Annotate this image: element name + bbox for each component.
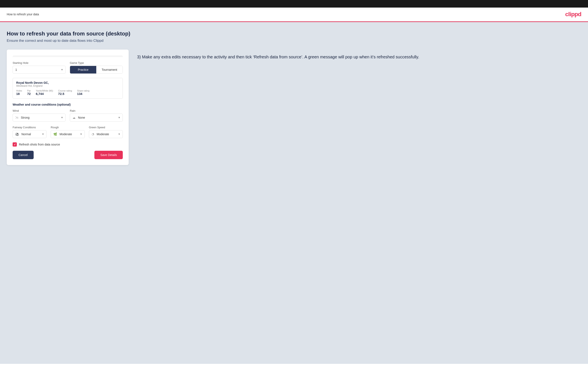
refresh-checkbox[interactable]: ✓	[13, 142, 17, 147]
rain-label: Rain	[70, 109, 123, 112]
green-speed-group: Green Speed ◔ Moderate Slow Fast ▼	[89, 126, 123, 138]
wind-icon: 🌬	[13, 116, 20, 119]
page-heading: How to refresh your data from source (de…	[7, 30, 581, 37]
course-location: Westward Hol, England	[16, 84, 119, 87]
holes-value: 18	[16, 92, 22, 96]
rough-label: Rough	[51, 126, 85, 129]
rain-group: Rain ☁ None Light Heavy ▼	[70, 109, 123, 122]
par-stat: Par 72	[27, 89, 31, 96]
header: How to refresh your data clippd	[0, 8, 588, 21]
starting-hole-select-wrapper[interactable]: 1 10 ▼	[13, 66, 66, 74]
holes-label: Holes	[16, 89, 22, 92]
green-speed-icon: ◔	[89, 133, 96, 136]
course-stats: Holes 18 Par 72 Yards/White (M)) 6,744 C…	[16, 89, 119, 96]
green-speed-label: Green Speed	[89, 126, 123, 129]
checkmark-icon: ✓	[14, 143, 16, 146]
yards-stat: Yards/White (M)) 6,744	[36, 89, 53, 96]
form-row-top: Starting Hole 1 10 ▼ Game Type Practice …	[13, 61, 123, 74]
course-rating-value: 72.5	[58, 92, 72, 96]
slope-rating-value: 134	[77, 92, 90, 96]
green-speed-select[interactable]: Moderate Slow Fast	[96, 130, 122, 138]
wind-group: Wind 🌬 Strong None Light Moderate ▼	[13, 109, 66, 122]
slope-rating-label: Slope rating	[77, 89, 90, 92]
par-value: 72	[27, 92, 31, 96]
yards-label: Yards/White (M))	[36, 89, 53, 92]
rough-group: Rough 🌿 Moderate Light Heavy ▼	[51, 126, 85, 138]
course-rating-stat: Course rating 72.5	[58, 89, 72, 96]
form-panel: Starting Hole 1 10 ▼ Game Type Practice …	[7, 50, 129, 165]
cancel-button[interactable]: Cancel	[13, 151, 34, 159]
conditions-row: Fairway Conditions ⚽ Normal Soft Hard ▼	[13, 126, 123, 138]
wind-label: Wind	[13, 109, 66, 112]
game-type-label: Game Type	[70, 61, 123, 65]
fairway-label: Fairway Conditions	[13, 126, 46, 129]
yards-value: 6,744	[36, 92, 53, 96]
button-row: Cancel Save Details	[13, 151, 123, 159]
rough-select[interactable]: Moderate Light Heavy	[59, 130, 84, 138]
course-rating-label: Course rating	[58, 89, 72, 92]
fairway-select[interactable]: Normal Soft Hard	[21, 130, 46, 138]
game-type-group: Game Type Practice Tournament	[70, 61, 123, 74]
refresh-label: Refresh shots from data source	[19, 143, 60, 146]
fairway-group: Fairway Conditions ⚽ Normal Soft Hard ▼	[13, 126, 46, 138]
rain-select[interactable]: None Light Heavy	[77, 114, 122, 121]
top-bar	[0, 0, 588, 8]
logo: clippd	[565, 11, 581, 18]
weather-section-label: Weather and course conditions (optional)	[13, 103, 123, 106]
top-tabs-preview	[13, 55, 123, 57]
game-type-buttons: Practice Tournament	[70, 66, 123, 74]
starting-hole-group: Starting Hole 1 10 ▼	[13, 61, 66, 74]
slope-rating-stat: Slope rating 134	[77, 89, 90, 96]
rain-dropdown[interactable]: ☁ None Light Heavy ▼	[70, 114, 123, 122]
tournament-button[interactable]: Tournament	[96, 66, 122, 74]
rough-dropdown[interactable]: 🌿 Moderate Light Heavy ▼	[51, 130, 85, 138]
holes-stat: Holes 18	[16, 89, 22, 96]
page-subheading: Ensure the correct and most up to date d…	[7, 39, 581, 43]
rough-icon: 🌿	[51, 133, 59, 136]
green-speed-dropdown[interactable]: ◔ Moderate Slow Fast ▼	[89, 130, 123, 138]
par-label: Par	[27, 89, 31, 92]
weather-section: Weather and course conditions (optional)…	[13, 103, 123, 138]
rain-icon: ☁	[70, 116, 77, 119]
fairway-dropdown[interactable]: ⚽ Normal Soft Hard ▼	[13, 130, 46, 138]
starting-hole-label: Starting Hole	[13, 61, 66, 65]
wind-rain-row: Wind 🌬 Strong None Light Moderate ▼	[13, 109, 123, 122]
save-button[interactable]: Save Details	[94, 151, 123, 159]
header-title: How to refresh your data	[7, 13, 39, 16]
refresh-checkbox-row[interactable]: ✓ Refresh shots from data source	[13, 142, 123, 147]
starting-hole-select[interactable]: 1 10	[13, 66, 65, 74]
course-name: Royal North Devon GC,	[16, 81, 119, 84]
wind-select[interactable]: Strong None Light Moderate	[20, 114, 65, 121]
footer: Copyright Clippd 2022	[0, 364, 588, 367]
wind-dropdown[interactable]: 🌬 Strong None Light Moderate ▼	[13, 114, 66, 122]
practice-button[interactable]: Practice	[70, 66, 96, 74]
side-text: 3) Make any extra edits necessary to the…	[137, 50, 581, 60]
main-content: How to refresh your data from source (de…	[0, 22, 588, 364]
content-layout: Starting Hole 1 10 ▼ Game Type Practice …	[7, 50, 581, 165]
side-instruction: 3) Make any extra edits necessary to the…	[137, 54, 581, 60]
fairway-icon: ⚽	[13, 133, 21, 136]
course-info-box: Royal North Devon GC, Westward Hol, Engl…	[13, 78, 123, 99]
